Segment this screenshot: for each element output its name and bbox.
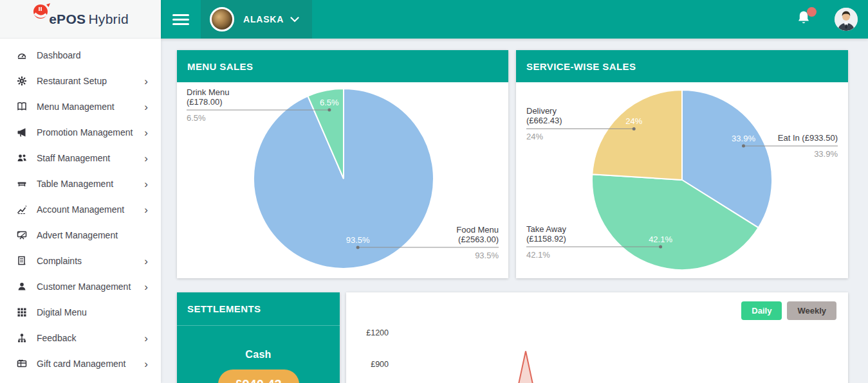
pie-leader-dot — [328, 109, 331, 112]
gift-card-icon — [16, 359, 28, 369]
sidebar-item-label: Customer Management — [37, 281, 131, 292]
service-wise-sales-pie-chart: 33.9%Eat In (£933.50)33.9%42.1%Take Away… — [516, 82, 848, 278]
weekly-button[interactable]: Weekly — [787, 301, 836, 320]
chevron-right-icon: › — [142, 153, 148, 164]
restaurant-photo — [210, 7, 234, 31]
settlement-cash-amount: £940.43 — [218, 370, 299, 383]
chevron-right-icon: › — [142, 281, 148, 292]
y-axis-tick-label: £1200 — [366, 328, 389, 337]
chevron-right-icon: › — [142, 359, 148, 370]
bell-icon — [796, 17, 811, 28]
sidebar-item-customer-management[interactable]: Customer Management› — [0, 274, 161, 299]
sidebar-item-label: Advert Management — [37, 230, 118, 240]
document-icon — [16, 256, 28, 266]
menu-sales-card: MENU SALES 93.5%Food Menu(£2563.00)93.5%… — [177, 50, 508, 278]
sidebar-item-restaurant-setup[interactable]: Restaurant Setup› — [0, 68, 161, 94]
chevron-right-icon: › — [142, 76, 148, 87]
chevron-right-icon: › — [142, 256, 148, 267]
venue-name: ALASKA — [243, 14, 284, 24]
pie-outer-name-label: (£178.00) — [187, 97, 223, 107]
sidebar-item-label: Account Management — [37, 204, 124, 215]
chevron-right-icon: › — [142, 127, 148, 138]
pie-outer-name-label: (£1158.92) — [526, 234, 566, 244]
pie-leader-dot — [356, 245, 360, 249]
pie-outer-pct-label: 6.5% — [187, 113, 206, 123]
megaphone-icon — [16, 127, 28, 138]
topbar: ALASKA — [161, 0, 868, 39]
pie-outer-name-label: Delivery — [526, 106, 557, 116]
sidebar-item-table-management[interactable]: Table Management› — [0, 171, 161, 197]
user-avatar[interactable] — [835, 8, 858, 31]
settlements-card: SETTLEMENTS Cash £940.43 — [177, 292, 340, 383]
notifications-button[interactable] — [796, 10, 811, 29]
sidebar-item-dashboard[interactable]: Dashboard — [0, 42, 161, 68]
topbar-actions — [796, 8, 868, 31]
venue-selector[interactable]: ALASKA — [201, 0, 312, 39]
pie-inner-pct-label: 93.5% — [346, 235, 370, 245]
sidebar-item-gift-card-management[interactable]: Gift card Management› — [0, 351, 161, 377]
hamburger-icon[interactable] — [172, 12, 189, 28]
sidebar-item-account-management[interactable]: Account Management› — [0, 197, 161, 222]
staff-icon — [16, 153, 28, 163]
pie-outer-name-label: (£2563.00) — [458, 235, 499, 244]
sidebar-item-label: Staff Management — [37, 153, 110, 163]
menu-sales-header: MENU SALES — [177, 50, 508, 82]
pie-outer-name-label: (£662.43) — [526, 116, 562, 125]
logo[interactable]: ePOSHybrid — [0, 0, 161, 39]
notification-badge-dot — [807, 7, 817, 17]
sidebar-item-menu-management[interactable]: Menu Management› — [0, 94, 161, 120]
sidebar-item-complaints[interactable]: Complaints› — [0, 248, 161, 274]
sidebar-nav: DashboardRestaurant Setup›Menu Managemen… — [0, 39, 161, 377]
sitemap-icon — [16, 333, 28, 343]
pie-outer-name-label: Food Menu — [456, 225, 499, 235]
settlement-method-label: Cash — [177, 349, 340, 361]
pie-inner-pct-label: 6.5% — [320, 98, 339, 107]
sidebar-item-label: Promotion Management — [37, 127, 133, 138]
app-root: ePOSHybrid DashboardRestaurant Setup›Men… — [0, 0, 868, 383]
sales-spike-area[interactable] — [504, 352, 547, 383]
service-wise-sales-header: SERVICE-WISE SALES — [516, 50, 848, 82]
pie-outer-name-label: Eat In (£933.50) — [778, 133, 838, 143]
logo-primary: ePOS — [49, 12, 86, 26]
sidebar-item-label: Restaurant Setup — [37, 76, 107, 86]
sidebar-item-advert-management[interactable]: Advert Management — [0, 222, 161, 248]
pie-outer-name-label: Drink Menu — [187, 87, 229, 97]
gear-icon — [16, 76, 28, 86]
menu-book-icon — [16, 102, 28, 112]
table-icon — [16, 179, 28, 189]
sidebar-item-digital-menu[interactable]: Digital Menu — [0, 299, 161, 325]
sidebar: ePOSHybrid DashboardRestaurant Setup›Men… — [0, 0, 161, 383]
billboard-icon — [16, 230, 28, 240]
sidebar-item-label: Feedback — [37, 333, 76, 343]
epos-logo-icon — [32, 3, 51, 26]
sidebar-item-label: Menu Management — [37, 102, 115, 112]
pie-leader-dot — [659, 245, 662, 249]
menu-sales-pie-chart: 93.5%Food Menu(£2563.00)93.5%6.5%Drink M… — [177, 82, 508, 278]
menu-sales-title: MENU SALES — [187, 61, 253, 72]
sidebar-item-promotion-management[interactable]: Promotion Management› — [0, 120, 161, 145]
pie-inner-pct-label: 42.1% — [649, 235, 672, 244]
sidebar-item-label: Dashboard — [37, 50, 81, 60]
pie-outer-pct-label: 42.1% — [526, 250, 550, 260]
sidebar-item-feedback[interactable]: Feedback› — [0, 325, 161, 351]
pie-outer-pct-label: 24% — [526, 132, 543, 141]
sidebar-item-label: Table Management — [37, 179, 113, 189]
pie-slice-delivery[interactable] — [592, 90, 682, 180]
sidebar-item-label: Gift card Management — [37, 359, 126, 369]
dashboard-content: MENU SALES 93.5%Food Menu(£2563.00)93.5%… — [161, 39, 868, 383]
logo-secondary: Hybrid — [88, 12, 128, 26]
daily-button[interactable]: Daily — [741, 301, 782, 320]
pie-leader-dot — [742, 145, 745, 148]
y-axis-tick-label: £900 — [371, 360, 389, 369]
grid-icon — [16, 307, 28, 317]
pie-outer-name-label: Take Away — [526, 224, 566, 234]
logo-text: ePOSHybrid — [49, 12, 129, 27]
pie-leader-dot — [633, 127, 636, 130]
sidebar-item-staff-management[interactable]: Staff Management› — [0, 145, 161, 171]
pie-outer-pct-label: 33.9% — [814, 149, 838, 159]
settlements-title: SETTLEMENTS — [177, 292, 340, 326]
chevron-right-icon: › — [142, 102, 148, 112]
pie-inner-pct-label: 24% — [625, 116, 642, 126]
sales-trend-card: Daily Weekly £1200£900 — [346, 292, 848, 383]
chevron-right-icon: › — [142, 179, 148, 190]
